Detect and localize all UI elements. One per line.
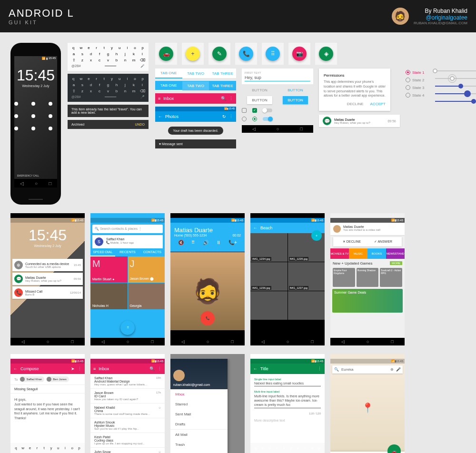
raised-button[interactable]: BUTTON	[247, 96, 272, 104]
radio-off[interactable]	[242, 117, 247, 121]
radio-group[interactable]: State 1State 2State 3State 4	[406, 69, 429, 148]
nav-bar[interactable]: ◁○□	[242, 125, 313, 133]
checkbox-on[interactable]: ✓	[252, 108, 257, 113]
checkbox-off[interactable]	[242, 108, 247, 113]
notif-missed-call[interactable]: 📞Missed CallBoris B12/06/14	[12, 286, 83, 299]
drawer-avatar	[173, 370, 185, 381]
inbox-item[interactable]: Saffad Khan15hAndroid Material DesignHey…	[90, 374, 165, 389]
nav-bar[interactable]: ◁○□	[14, 179, 57, 187]
drawer-item[interactable]: Inbox	[170, 389, 228, 399]
fab-tile[interactable]: ✎	[208, 43, 230, 65]
emergency-call[interactable]: EMERGENCY CALL	[17, 174, 39, 177]
body-field[interactable]: Hi guys, Just wanted to see if you have …	[10, 394, 85, 424]
speed-dial-tile[interactable]: Nicholas H	[90, 283, 128, 309]
speed-dial-tile[interactable]: Georgia	[128, 283, 165, 309]
gallery-item[interactable]: IMG_1237.jpg	[288, 262, 325, 291]
flat-button[interactable]: BUTTON	[252, 88, 268, 92]
snackbar-undo[interactable]: ArchivedUNDO	[68, 120, 149, 129]
mute-icon: 🔇	[178, 240, 184, 245]
text-input[interactable]: Nabeel likes eating small noodles	[254, 381, 321, 386]
radio-option[interactable]: State 2	[406, 76, 429, 84]
drawer-item[interactable]: Spam	[170, 450, 228, 453]
inbox-item[interactable]: Ashton SnookHipster MusicSon you're too …	[90, 418, 165, 433]
fab-tile[interactable]: 📷	[288, 43, 310, 65]
more-button[interactable]: MORE	[390, 261, 402, 265]
radio-on[interactable]	[252, 117, 257, 121]
contact-card[interactable]: SSaffad Khan📞 Mobile, 1 hour ago	[92, 235, 163, 248]
multiline-input[interactable]: Multi-line input fields. Is there anythi…	[254, 393, 321, 408]
drawer-item[interactable]: Starred	[170, 399, 228, 409]
notification-chip[interactable]: 💬Matias DuarteHey Ruban, what you up to?…	[319, 115, 400, 127]
inbox-item[interactable]: Nabeel Khalid✩ChinaThere is some cool st…	[90, 404, 165, 418]
drawer-item[interactable]: Sent Mail	[170, 409, 228, 419]
drawer-item[interactable]: Trash	[170, 440, 228, 450]
notif-usb[interactable]: ⊕Connected as a media deviceTouch for ot…	[12, 259, 83, 271]
compose-appbar[interactable]: ←Compose➤⋮	[10, 364, 85, 374]
drawer-item[interactable]: All Mail	[170, 430, 228, 440]
tabs-light[interactable]: TAB ONETAB TWOTAB THREE	[155, 69, 236, 78]
undo-button: UNDO	[135, 123, 145, 126]
gallery-item[interactable]: IMG_1236.jpg	[250, 262, 288, 291]
inbox-item[interactable]: Jason Brown17hID CardHave you taken my I…	[90, 389, 165, 404]
inbox-item[interactable]: John Snow✩Game of Thrones	[90, 448, 165, 453]
category-tabs[interactable]: MOVIES & TVMUSICBOOKSNEWSSTAND	[330, 248, 405, 259]
app-tile[interactable]: Empire Four Kingdoms	[333, 268, 355, 287]
answer-button[interactable]: ✓ ANSWER	[374, 240, 392, 244]
promo-banner[interactable]: Summer Game Deals	[332, 289, 403, 313]
inbox-item[interactable]: Kesh PatelCoding classI give up on life.…	[90, 433, 165, 448]
text-field[interactable]: FIRST TEXTHey, sup	[242, 69, 313, 84]
decline-button[interactable]: ✕ DECLINE	[343, 240, 361, 244]
gallery-item[interactable]: IMG_1234.jpg	[250, 233, 288, 262]
raised-button-primary[interactable]: BUTTON	[283, 96, 308, 104]
notif-message[interactable]: 💬Matias DuarteHey Ruban, what you up to?…	[12, 273, 83, 285]
nav-drawer[interactable]: ruban.khalid@gmail.com InboxStarredSent …	[170, 359, 228, 453]
radio-option[interactable]: State 1	[406, 69, 429, 76]
add-fab[interactable]: +	[311, 230, 322, 241]
dialpad-fab[interactable]: ⠿	[120, 321, 135, 335]
sliders[interactable]	[435, 69, 476, 148]
fab-tile[interactable]: 🚗	[155, 43, 177, 65]
keyboard[interactable]: qwertyuiopasdfghjkl⇧zxcvbnm⌫ @2B#━━━━━🎤	[10, 443, 85, 453]
flat-button-primary[interactable]: BUTTON	[288, 88, 303, 92]
recent-icon: □	[49, 181, 51, 186]
pattern-lock[interactable]	[14, 102, 57, 130]
end-call-button[interactable]: 📞	[200, 311, 215, 325]
lock-date: Wednesday 2 July	[14, 84, 57, 88]
drawer-item[interactable]: Drafts	[170, 419, 228, 429]
status-bar: 📶 ▮ 15:45	[14, 56, 57, 61]
switch-on[interactable]	[263, 117, 272, 121]
subject-field[interactable]: Missing Seagull	[10, 385, 85, 394]
map-canvas[interactable]: 📍	[330, 375, 405, 452]
radio-option[interactable]: State 4	[406, 91, 429, 99]
tabs-dark[interactable]: TAB ONETAB TWOTAB THREE	[155, 81, 236, 90]
fab-tile[interactable]: +	[182, 43, 204, 65]
appbar-inbox[interactable]: ≡Inbox🔍⋮	[155, 93, 236, 104]
lock-time: 15:45	[14, 67, 57, 84]
dialer-tabs[interactable]: SPEED DIALRECENTSCONTACTS	[90, 248, 165, 256]
radio-option[interactable]: State 3	[406, 84, 429, 91]
search-input[interactable]: 🔍 Search contacts & places ⋮	[92, 225, 163, 233]
fab-tile[interactable]: ⠿	[262, 43, 284, 65]
decline-button[interactable]: DECLINE	[347, 102, 364, 106]
inbox-appbar[interactable]: ≡Inbox🔍⋮	[90, 364, 165, 374]
map-search[interactable]: 🔍Eureka⊕🎤	[332, 365, 403, 374]
keyboard-light[interactable]: qwertyuiopasdfghjkl⇧zxcvbnm⌫ @2B#━━━━━━🎤	[68, 43, 149, 71]
menu-icon: ≡	[158, 96, 160, 101]
keyboard[interactable]: qwertyuiopasdfghjkl⇧zxcvbnm⌫ @2B#━━━━━🎤	[250, 443, 325, 453]
app-tile[interactable]: Running Shadow	[357, 268, 379, 287]
accept-button[interactable]: ACCEPT	[370, 102, 386, 106]
author-handle[interactable]: @originalgoatee	[414, 14, 467, 21]
appbar-photos[interactable]: ←Photos↻⋮	[155, 111, 236, 122]
switch-off[interactable]	[263, 108, 272, 112]
keyboard-dark[interactable]: qwertyuiopasdfghjkl⇧zxcvbnm⌫ @2B#━━━━━━🎤	[68, 74, 149, 102]
back-icon: ←	[158, 114, 162, 119]
to-field[interactable]: ToSaffad KhanBen Jones	[10, 374, 85, 385]
speed-dial-tile[interactable]: JJason Brown ⬤	[128, 256, 165, 283]
fab-tile[interactable]: ◈	[315, 43, 337, 65]
add-call-icon: 📞+	[228, 240, 237, 245]
form-appbar[interactable]: ←Title⋮	[250, 364, 325, 374]
app-tile[interactable]: Soulcraft 2 - Action RPG	[380, 268, 402, 287]
fab-tile[interactable]: 📞	[235, 43, 257, 65]
speed-dial-tile[interactable]: MMartin Stuart ●	[90, 256, 128, 283]
call-controls[interactable]: 🔇⠿🔊⏸📞+	[174, 237, 241, 248]
